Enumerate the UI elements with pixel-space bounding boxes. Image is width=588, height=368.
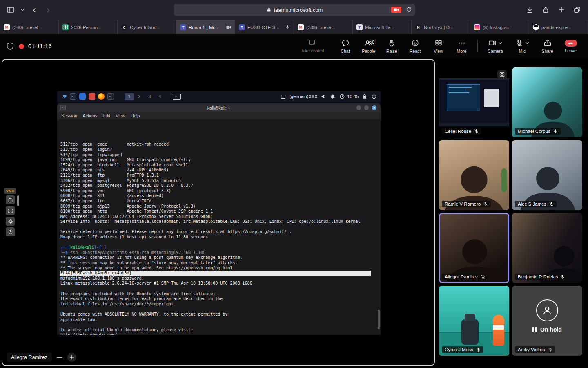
firefox-launcher-icon[interactable] <box>98 93 105 100</box>
tab-title: (340) - celiel... <box>12 25 55 30</box>
browser-tab[interactable]: C Cyber Inland... <box>118 20 176 34</box>
share-screen-button[interactable]: Share <box>536 39 559 54</box>
vnc-fullscreen-button[interactable] <box>6 206 15 215</box>
terminal-line: 2049/tcp open nfs 2-4 (RPC #100003) <box>60 168 377 173</box>
participant-name-tag: Ramie V Romero <box>442 201 491 207</box>
participant-tile[interactable]: Allegra Ramirez <box>439 213 509 283</box>
vnc-clipboard-button[interactable] <box>6 195 15 204</box>
camera-chevron-icon[interactable] <box>498 41 502 45</box>
volume-icon[interactable] <box>320 93 327 100</box>
logout-power-icon[interactable] <box>371 93 377 100</box>
share-button[interactable] <box>542 6 549 13</box>
tab-favicon: M <box>4 24 10 30</box>
workspace-button[interactable]: 2 <box>135 93 144 100</box>
mic-muted-icon <box>481 274 486 279</box>
participant-name-tag: Benjamin R Ruelas <box>515 274 568 280</box>
react-button[interactable]: React <box>403 39 427 54</box>
terminal-line: msfadmin@192.168.1.188's password: <box>60 276 377 281</box>
screen-lock-icon[interactable] <box>361 93 368 100</box>
participant-tile[interactable]: Alec S James <box>512 140 582 210</box>
file-manager-launcher-icon[interactable] <box>79 93 86 100</box>
tab-overview-button[interactable] <box>574 7 581 13</box>
terminal-menu-item[interactable]: View <box>116 113 125 118</box>
browser-tab[interactable]: N Noctoryx | D... <box>412 20 470 34</box>
terminal-output[interactable]: 512/tcp open exec netkit-rsh rexecd513/t… <box>57 120 381 335</box>
terminal-window-button[interactable]: >_ <box>173 94 181 100</box>
gallery-layout-toggle-button[interactable] <box>497 70 507 79</box>
terminal-title: kali@kali: ~ <box>57 105 381 110</box>
terminal-menu-item[interactable]: Actions <box>82 113 97 118</box>
people-button[interactable]: 8 People <box>357 39 380 54</box>
participant-tile[interactable]: On hold Arcky Vielma <box>512 286 582 356</box>
terminal-launcher-icon[interactable]: >_ <box>70 93 76 100</box>
chat-button[interactable]: Chat <box>334 39 357 54</box>
take-control-button[interactable]: Take control <box>297 39 328 53</box>
people-count-badge: 8 <box>372 40 375 45</box>
vnc-toolbar-handle[interactable]: VNC <box>4 188 17 194</box>
terminal-scrollbar[interactable] <box>378 310 380 329</box>
sidebar-chevron-icon[interactable] <box>20 8 24 12</box>
mic-chevron-icon[interactable] <box>525 41 529 45</box>
raise-hand-button[interactable]: Raise <box>380 39 403 54</box>
browser-tab[interactable]: M (340) - celiel... <box>0 20 59 34</box>
workspace-button[interactable]: 1 <box>125 93 134 100</box>
terminal-line: ** WARNING: connection is not using a po… <box>60 255 377 260</box>
workspace-button[interactable]: 3 <box>145 93 154 100</box>
participant-tile[interactable]: Michael Corpus <box>512 67 582 137</box>
minimize-button[interactable] <box>356 105 361 110</box>
terminal-window[interactable]: >_ kali@kali: ~ SessionActionsEditViewHe… <box>57 103 381 335</box>
pause-icon <box>535 327 537 332</box>
on-hold-content: On hold <box>512 286 582 346</box>
sidebar-toggle-icon[interactable] <box>7 6 15 14</box>
leave-button[interactable]: Leave <box>559 40 582 53</box>
presenter-overlay: Allegra Ramirez <box>7 353 76 362</box>
terminal-titlebar[interactable]: >_ kali@kali: ~ <box>57 103 381 112</box>
reload-button[interactable] <box>406 7 412 13</box>
terminal-menu-item[interactable]: Edit <box>102 113 110 118</box>
participant-name: Ramie V Romero <box>445 202 481 206</box>
tab-title: (9) Instagra... <box>483 25 525 30</box>
more-button[interactable]: More <box>450 39 473 54</box>
notifications-bell-icon[interactable] <box>330 93 336 100</box>
shared-kali-screen[interactable]: >_ >_ 1234 >_ (genmon)XXX <box>57 91 381 335</box>
address-bar[interactable]: teams.microsoft.com <box>174 4 415 16</box>
terminal-line: Service detection performed. Please repo… <box>60 229 377 235</box>
screen-share-stage[interactable]: >_ >_ 1234 >_ (genmon)XXX <box>2 59 435 366</box>
apps-dropdown-icon[interactable]: >_ <box>107 93 114 100</box>
participant-tile[interactable]: Ramie V Romero <box>439 140 509 210</box>
vnc-drag-handle[interactable] <box>17 195 19 206</box>
workspace-button[interactable]: 4 <box>155 93 165 100</box>
browser-tab[interactable]: T FUSD CTE S... <box>235 20 294 34</box>
terminal-line: 1099/tcp open java-rmi GNU Classpath grm… <box>60 157 377 163</box>
text-editor-launcher-icon[interactable] <box>89 93 95 100</box>
browser-tab[interactable]: M (339) - celie... <box>294 20 353 34</box>
zoom-out-button[interactable] <box>57 357 62 358</box>
forward-button[interactable]: › <box>44 5 52 15</box>
browser-tab[interactable]: (9) Instagra... <box>470 20 529 34</box>
vnc-disconnect-power-button[interactable] <box>6 227 15 236</box>
vnc-settings-gear-button[interactable] <box>6 217 15 226</box>
terminal-line: 3306/tcp open mysql MySQL 5.0.51a-3ubunt… <box>60 178 377 184</box>
terminal-line: FLAG{FUSD-ssh_b4nn3r_gr4bb3d} <box>60 271 377 276</box>
maximize-button[interactable] <box>364 105 369 110</box>
zoom-in-button[interactable] <box>67 353 76 362</box>
participant-tile[interactable]: Cyrus J Moss <box>439 286 509 356</box>
view-button[interactable]: View <box>427 39 450 54</box>
camera-button[interactable]: Camera <box>482 39 509 54</box>
browser-tab[interactable]: T Microsoft Te... <box>353 20 412 34</box>
new-tab-button[interactable] <box>558 7 565 13</box>
participant-tile[interactable]: Benjamin R Ruelas <box>512 213 582 283</box>
terminal-menu-item[interactable]: Help <box>131 113 140 118</box>
back-button[interactable]: ‹ <box>30 5 38 15</box>
window-buttons-icon[interactable] <box>280 93 286 100</box>
close-button[interactable] <box>372 105 376 110</box>
mic-button[interactable]: Mic <box>509 39 536 54</box>
browser-tab[interactable]: 2026 Person... <box>59 20 118 34</box>
browser-tab[interactable]: panda expre... <box>529 20 588 34</box>
browser-tab[interactable]: T Room 1 | Mi... <box>176 20 235 34</box>
downloads-button[interactable] <box>526 7 533 13</box>
terminal-menu-item[interactable]: Session <box>61 113 77 118</box>
plant-decor <box>501 168 507 192</box>
terminal-line: Linux metasploitable 2.6.24-16-server #1… <box>60 281 377 286</box>
kali-logo-icon[interactable] <box>60 93 67 100</box>
